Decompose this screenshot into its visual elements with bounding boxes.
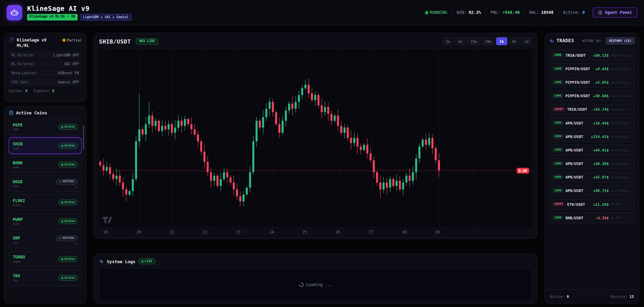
chart-header: SHIB/USDT OKX LIVE 1m5m15m30m1h4h1d [94,33,537,49]
trade-side-badge: LONG [553,93,563,98]
coin-item-xrp[interactable]: XRPXRPNEUTRAL0% [9,232,82,248]
trade-symbol: ETH/USDT [567,202,585,206]
target-icon [61,277,63,279]
active-value: 0 [582,10,585,15]
candles-svg [99,49,532,227]
timeframe-15m[interactable]: 15m [467,37,480,45]
tradingview-logo[interactable] [103,217,115,223]
coin-name: BONK [13,160,23,165]
coins-scrollbar-thumb[interactable] [83,125,84,150]
trade-pnl: +154.42$ [591,134,609,138]
trade-row[interactable]: LONGAPR/USDT+154.42$exit_long_m… [549,131,635,142]
price-line-label: 0.00 [517,168,529,173]
trade-row[interactable]: SHORTTRIA/USDT+43.74$exit_short_… [549,104,635,115]
coin-item-floki[interactable]: FLOKIFLOKIActive [9,194,82,211]
trade-row[interactable]: SHORTETH/USDT+11.29$TP_HIT [549,199,635,210]
coin-active-badge: Active [58,162,77,167]
chart-card: SHIB/USDT OKX LIVE 1m5m15m30m1h4h1d 0.00… [94,33,537,239]
trade-row[interactable]: LONGTRIA/USDT+50.12$exit_long_m… [549,50,635,61]
trade-side-badge: LONG [553,215,563,220]
trade-row[interactable]: LONGPIPPIN/USDT+30.60$exit_long_q… [549,90,635,102]
trade-pnl: +16.44$ [593,121,609,125]
model-on-badge: KlineSage v9 ML/RL • ON [27,14,77,21]
trade-exit-reason: exit_long_m… [611,81,631,84]
system-logs-title: System Logs [107,259,135,264]
model-row: CEO VetoGemini OFF [9,78,82,86]
coin-active-badge: Active [58,143,77,148]
trade-symbol: APR/USDT [566,148,584,152]
model-rows: ML DirectorLightGBM OFFRL DirectorSAC OF… [9,51,82,86]
timeframe-1d[interactable]: 1d [521,37,532,45]
x-axis-label: 21 [170,230,174,234]
trade-side-badge: SHORT [553,202,565,206]
timeframe-1m[interactable]: 1m [442,37,453,45]
agent-panel-button[interactable]: Agent Panel [593,7,638,18]
target-icon [61,220,63,222]
coin-item-pump[interactable]: PUMPPUMPActive [9,213,82,229]
trade-pnl: -9.39$ [595,216,609,220]
trade-row[interactable]: LONGAPR/USDT+42.97$exit_long_m… [549,172,635,183]
coin-ticker: TRX [13,279,20,282]
coin-active-badge: Active [58,256,77,262]
coin-name: DOGE [13,179,23,184]
trade-exit-reason: SL_HIT [611,216,631,220]
trade-exit-reason: TP_HIT [611,202,631,206]
app-title: KlineSage AI v9 [27,5,131,12]
coin-name: TURBO [13,255,25,259]
coin-name: PEPE [13,122,23,127]
trade-symbol: PIPPIN/USDT [566,80,590,84]
pnl-stat: PNL: +548.40 [491,10,520,15]
trades-tabs: ACTIVE (0) HISTORY (13) [579,37,635,45]
header-badges: KlineSage v9 ML/RL • ON LightGBM + SAC +… [27,14,131,21]
title-block: KlineSage AI v9 KlineSage v9 ML/RL • ON … [27,5,131,21]
trade-row[interactable]: LONGPIPPIN/USDT+5.85$exit_long_m… [549,77,635,88]
system-logs-header: System Logs LIVE [94,254,537,269]
win-value: 92.3% [469,10,481,15]
timeframe-4h[interactable]: 4h [509,37,520,45]
trade-row[interactable]: LONGAPR/USDT+16.44$exit_long_m… [549,117,635,129]
trade-symbol: BNB/USDT [566,216,584,220]
coin-item-shib[interactable]: SHIBSHIBActive [9,138,82,154]
x-axis-label: 23 [236,230,241,234]
trade-row[interactable]: LONGAPR/USDT+44.91$exit_long_m… [549,144,635,156]
coin-item-doge[interactable]: DOGEDOGENEUTRAL0% [9,175,82,192]
coin-ticker: PUMP [13,222,23,226]
trades-title: TRADES [556,38,574,44]
trade-side-badge: LONG [553,80,563,85]
coin-item-bonk[interactable]: BONKBONKActive [9,157,82,173]
robot-icon [10,8,19,17]
active-coins-header: Active Coins [9,110,82,115]
balance-value: 10548 [541,10,554,15]
coin-active-badge: Active [58,124,77,130]
model-status-card: KlineSage v9 ML/RL Partial ML DirectorLi… [4,33,86,102]
trade-row[interactable]: LONGAPR/USDT+98.71$exit_long_m… [549,185,635,196]
stack-badge: LightGBM + SAC + Gemini [80,14,131,21]
tab-active-trades[interactable]: ACTIVE (0) [579,37,604,45]
trade-side-badge: LONG [553,66,563,71]
chart-symbol: SHIB/USDT [99,38,131,45]
candlestick-chart[interactable]: 0.00 [98,49,533,228]
timeframe-5m[interactable]: 5m [455,37,466,45]
timeframe-1h[interactable]: 1h [496,37,507,45]
cycles-stat: Cycles: 0 [9,89,28,93]
coin-item-trx[interactable]: TRXTRXActive [9,270,82,286]
target-icon [61,201,63,203]
trade-exit-reason: exit_long_m… [611,67,631,71]
trade-side-badge: LONG [553,134,563,139]
trade-row[interactable]: LONGPIPPIN/USDT+8.44$exit_long_m… [549,63,635,74]
trade-row[interactable]: LONGAPR/USDT+50.30$exit_long_m… [549,158,635,169]
viewport: KlineSage AI v9 KlineSage v9 ML/RL • ON … [0,0,644,307]
trade-exit-reason: exit_long_m… [611,135,631,138]
coin-active-badge: Active [58,275,77,281]
trade-pnl: +98.71$ [593,189,609,193]
trade-row[interactable]: LONGBNB/USDT-9.39$SL_HIT [549,212,635,223]
balance-stat: BAL: 10548 [529,10,553,15]
model-card-header: KlineSage v9 ML/RL Partial [9,37,82,48]
app-logo [6,5,22,20]
coin-item-turbo[interactable]: TURBOTURBOActive [9,251,82,267]
app: KlineSage AI v9 KlineSage v9 ML/RL • ON … [0,0,644,307]
live-badge: LIVE [138,258,155,264]
coin-item-pepe[interactable]: PEPEPEPEActive [9,119,82,135]
timeframe-30m[interactable]: 30m [482,37,495,45]
tab-history-trades[interactable]: HISTORY (13) [606,37,635,45]
